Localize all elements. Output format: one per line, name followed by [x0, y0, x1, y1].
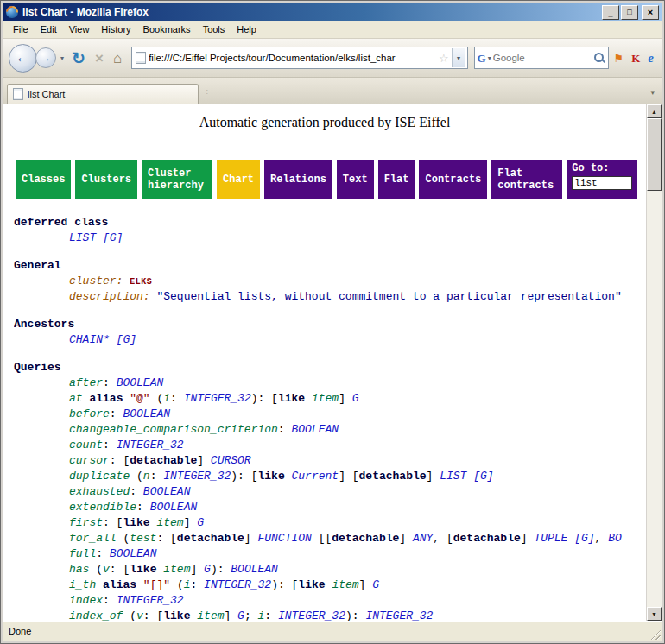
addon-k-icon[interactable]: K: [629, 53, 643, 64]
code-token: "[]": [143, 578, 170, 591]
tab-favicon: [13, 88, 23, 100]
code-token: , [: [433, 532, 453, 545]
code-token: description:: [69, 290, 156, 303]
maximize-icon: □: [627, 9, 631, 16]
code-token: ]: [359, 578, 373, 591]
code-token: i_th: [69, 578, 96, 591]
code-token: Current: [292, 470, 339, 483]
menu-item-file[interactable]: File: [7, 22, 35, 36]
chart-button-label: Classes: [22, 174, 65, 186]
stop-button[interactable]: ×: [92, 51, 107, 66]
code-token: G: [238, 609, 244, 621]
google-engine-icon[interactable]: G: [478, 53, 486, 64]
code-line: [14, 305, 646, 317]
code-token: item: [197, 609, 224, 621]
addon-flag-icon[interactable]: ⚑: [611, 53, 627, 64]
code-area: deferred classLIST [G]Generalcluster: EL…: [14, 215, 646, 621]
code-token: General: [14, 259, 61, 272]
code-token: BO: [608, 532, 622, 545]
menu-item-bookmarks[interactable]: Bookmarks: [137, 22, 197, 36]
code-token: ):: [345, 609, 365, 621]
code-token: : [: [103, 516, 123, 529]
scrollbar-thumb[interactable]: [647, 118, 662, 191]
code-token: ]: [399, 532, 413, 545]
bookmark-star-icon[interactable]: ☆: [439, 53, 449, 64]
scroll-down-button[interactable]: ▼: [647, 607, 662, 621]
list-all-tabs-button[interactable]: ▾: [647, 88, 658, 97]
status-bar: Done: [3, 621, 662, 641]
code-token: :: [170, 392, 184, 405]
search-input[interactable]: [493, 53, 592, 63]
chart-button-flat[interactable]: Flat: [378, 160, 415, 199]
code-token: detachable: [453, 532, 521, 545]
code-line: Ancestors: [14, 317, 646, 332]
code-line: before: BOOLEAN: [14, 407, 646, 422]
code-token: deferred class: [14, 216, 108, 229]
chart-button-relations[interactable]: Relations: [264, 160, 332, 199]
code-token: INTEGER_32: [163, 470, 231, 483]
chart-button-classes[interactable]: Classes: [16, 160, 71, 199]
refresh-button[interactable]: ↻: [68, 50, 89, 66]
code-token: cursor: [69, 454, 110, 467]
code-token: :: [278, 423, 292, 436]
page-title: Automatic generation produced by ISE Eif…: [3, 115, 646, 130]
tab-list-chart[interactable]: list Chart: [7, 84, 199, 104]
code-token: G: [372, 578, 379, 591]
code-token: BOOLEAN: [291, 423, 339, 436]
code-token: v: [103, 563, 110, 576]
code-token: :: [103, 594, 117, 607]
code-token: for_all: [69, 532, 117, 545]
code-token: ]: [190, 563, 204, 576]
history-dropdown-button[interactable]: ▾: [59, 54, 66, 62]
forward-button[interactable]: →: [35, 47, 56, 68]
code-token: index_of: [69, 609, 123, 621]
addon-ie-icon[interactable]: e: [645, 52, 656, 65]
code-token: like: [130, 563, 156, 576]
close-button[interactable]: ×: [642, 5, 659, 20]
code-token: BOOLEAN: [231, 563, 278, 576]
code-line: duplicate (n: INTEGER_32): [like Current…: [14, 469, 646, 484]
url-input[interactable]: [149, 53, 436, 63]
code-token: BOOLEAN: [150, 501, 198, 514]
code-token: full: [69, 547, 96, 560]
goto-input[interactable]: [572, 176, 632, 190]
code-token: : [: [156, 532, 176, 545]
home-button[interactable]: ⌂: [110, 51, 125, 66]
code-token: detachable: [332, 532, 399, 545]
code-token: [305, 392, 312, 405]
chart-button-flat-contracts[interactable]: Flat contracts: [491, 160, 562, 199]
chart-button-clusters[interactable]: Clusters: [75, 160, 137, 199]
menu-item-edit[interactable]: Edit: [35, 22, 63, 36]
code-token: ): [: [251, 392, 278, 405]
menu-item-help[interactable]: Help: [231, 22, 263, 36]
maximize-button[interactable]: □: [621, 5, 638, 20]
chart-button-text[interactable]: Text: [337, 160, 374, 199]
page-favicon: [136, 52, 146, 64]
code-token: :: [130, 485, 143, 498]
url-bar[interactable]: ☆ ▾: [131, 47, 467, 69]
code-token: alias: [103, 578, 136, 591]
back-button[interactable]: ←: [9, 44, 37, 73]
minimize-button[interactable]: _: [602, 5, 619, 20]
code-line: exhausted: BOOLEAN: [14, 484, 646, 500]
vertical-scrollbar[interactable]: ▲ ▼: [646, 104, 662, 621]
search-engine-dropdown-icon[interactable]: ▾: [488, 54, 491, 62]
search-bar[interactable]: G ▾: [474, 47, 609, 69]
title-bar[interactable]: list Chart - Mozilla Firefox _ □ ×: [3, 3, 662, 21]
resize-grip-icon[interactable]: [649, 628, 661, 640]
menu-item-tools[interactable]: Tools: [197, 22, 231, 36]
menu-item-history[interactable]: History: [95, 22, 136, 36]
search-icon[interactable]: [593, 52, 605, 64]
code-token: LIST [G]: [440, 470, 493, 483]
chart-button-contracts[interactable]: Contracts: [419, 160, 487, 199]
menu-item-view[interactable]: View: [63, 22, 96, 36]
code-token: "@": [130, 392, 149, 405]
chart-button-chart[interactable]: Chart: [217, 160, 260, 199]
scrollbar-track[interactable]: [647, 118, 662, 607]
chart-button-cluster-hierarchy[interactable]: Cluster hierarchy: [142, 160, 212, 199]
scroll-up-button[interactable]: ▲: [647, 104, 662, 118]
url-dropdown-button[interactable]: ▾: [452, 48, 466, 67]
code-token: BOOLEAN: [117, 376, 164, 389]
code-token: :: [103, 376, 117, 389]
code-token: exhausted: [69, 485, 130, 498]
